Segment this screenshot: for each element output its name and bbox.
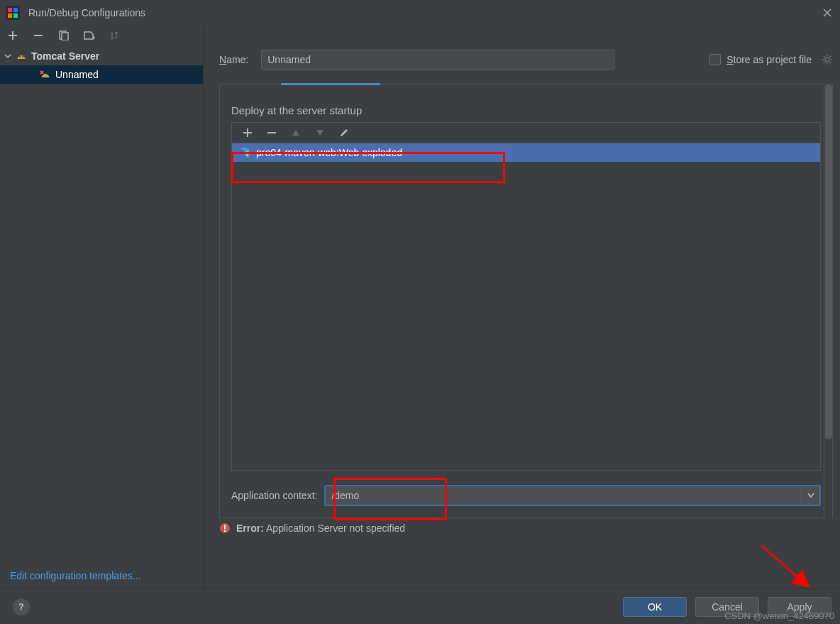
app-logo-icon bbox=[6, 6, 20, 20]
name-row: Name: Store as project file bbox=[219, 50, 833, 70]
app-context-label: Application context: bbox=[231, 490, 317, 501]
svg-rect-4 bbox=[13, 13, 18, 18]
tree-label: Tomcat Server bbox=[31, 50, 99, 62]
add-artifact-icon[interactable] bbox=[242, 127, 253, 138]
store-as-project-file[interactable]: Store as project file bbox=[709, 54, 833, 65]
window-title: Run/Debug Configurations bbox=[28, 7, 145, 18]
save-config-icon[interactable] bbox=[82, 28, 96, 43]
artifact-name: pro04-maven-web:Web exploded bbox=[256, 147, 402, 158]
scrollbar[interactable] bbox=[824, 84, 832, 519]
tree-node-unnamed[interactable]: Unnamed bbox=[0, 65, 203, 84]
name-input[interactable] bbox=[261, 50, 614, 70]
app-context-row: Application context: bbox=[220, 478, 832, 518]
chevron-down-icon[interactable] bbox=[801, 486, 819, 505]
error-row: Error: Application Server not specified bbox=[219, 522, 833, 534]
tomcat-icon bbox=[16, 50, 27, 62]
edit-templates-link[interactable]: Edit configuration templates... bbox=[0, 563, 203, 589]
deploy-list: pro04-maven-web:Web exploded bbox=[231, 122, 821, 471]
dialog-footer: ? OK Cancel Apply bbox=[0, 589, 840, 624]
svg-line-14 bbox=[761, 545, 807, 586]
deploy-section: Deploy at the server startup pro04-maven… bbox=[220, 84, 832, 478]
left-pane: Tomcat Server Unnamed Edit configuration… bbox=[0, 26, 204, 589]
move-up-icon bbox=[290, 127, 302, 138]
tree-label: Unnamed bbox=[55, 69, 99, 80]
help-button[interactable]: ? bbox=[13, 598, 30, 615]
edit-artifact-icon[interactable] bbox=[338, 127, 350, 138]
remove-artifact-icon[interactable] bbox=[266, 127, 277, 138]
apply-button[interactable]: Apply bbox=[768, 597, 831, 617]
svg-point-9 bbox=[825, 58, 829, 62]
name-label: Name: bbox=[219, 54, 248, 65]
svg-rect-2 bbox=[13, 8, 18, 12]
svg-point-10 bbox=[245, 152, 250, 156]
close-icon[interactable] bbox=[822, 7, 833, 18]
svg-rect-1 bbox=[8, 8, 12, 12]
move-down-icon bbox=[314, 127, 326, 138]
app-context-dropdown[interactable] bbox=[324, 485, 821, 506]
app-context-input[interactable] bbox=[326, 490, 801, 501]
scrollbar-thumb[interactable] bbox=[825, 84, 832, 439]
checkbox-icon[interactable] bbox=[709, 54, 721, 65]
svg-rect-6 bbox=[62, 33, 68, 40]
list-item[interactable]: pro04-maven-web:Web exploded bbox=[232, 143, 820, 162]
svg-rect-13 bbox=[224, 530, 226, 532]
chevron-down-icon[interactable] bbox=[4, 53, 11, 60]
config-tree[interactable]: Tomcat Server Unnamed bbox=[0, 47, 203, 563]
gear-icon[interactable] bbox=[822, 54, 833, 65]
ok-button[interactable]: OK bbox=[623, 597, 687, 617]
content-area: Deploy at the server startup pro04-maven… bbox=[219, 84, 833, 518]
remove-config-icon[interactable] bbox=[31, 28, 45, 43]
title-bar: Run/Debug Configurations bbox=[0, 0, 840, 26]
svg-rect-3 bbox=[8, 13, 12, 18]
svg-point-7 bbox=[19, 56, 21, 58]
error-text: Error: Application Server not specified bbox=[236, 522, 405, 534]
sort-config-icon bbox=[108, 28, 122, 43]
left-toolbar bbox=[0, 26, 203, 47]
section-title: Deploy at the server startup bbox=[231, 104, 821, 116]
svg-point-8 bbox=[22, 56, 23, 58]
add-config-icon[interactable] bbox=[6, 28, 20, 43]
copy-config-icon[interactable] bbox=[57, 28, 71, 43]
deploy-toolbar bbox=[232, 123, 820, 143]
right-pane: Name: Store as project file Deploy at th… bbox=[204, 26, 840, 589]
active-tab-indicator bbox=[281, 83, 380, 85]
artifact-icon bbox=[239, 146, 250, 160]
cancel-button[interactable]: Cancel bbox=[695, 597, 759, 617]
store-label: Store as project file bbox=[726, 54, 812, 65]
error-icon bbox=[219, 522, 231, 534]
tomcat-local-icon bbox=[40, 69, 51, 80]
tree-node-tomcat[interactable]: Tomcat Server bbox=[0, 47, 203, 65]
svg-rect-12 bbox=[224, 525, 226, 530]
